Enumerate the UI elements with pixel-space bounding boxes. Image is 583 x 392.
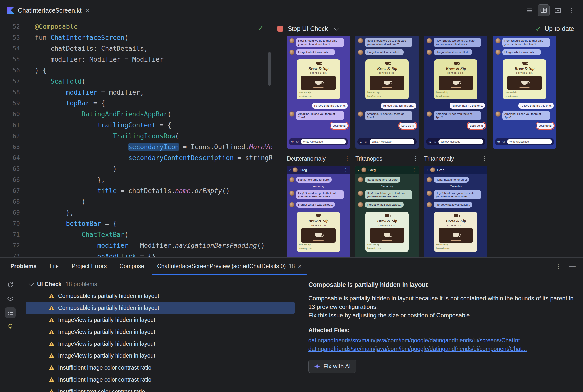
message-input[interactable]: Write A Message	[507, 139, 552, 144]
panel-more-options-icon[interactable]: ⋮	[555, 262, 561, 270]
message-row: I'd love that! It's this one.	[358, 103, 416, 109]
minimize-panel-icon[interactable]: —	[569, 262, 575, 270]
avatar	[430, 168, 435, 172]
line-number: 55	[0, 54, 20, 65]
saucer-shape	[313, 240, 324, 241]
code-line: @Composable	[35, 21, 272, 32]
message-row: I'd love that! It's this one.	[495, 103, 554, 109]
problem-item[interactable]: !Composable is partially hidden in layou…	[26, 302, 295, 314]
code-line: TrailingIconsRow(	[35, 130, 272, 142]
code-editor[interactable]: 5253545556575859606162636465666768697071…	[0, 21, 272, 258]
tab-close-icon[interactable]: ×	[298, 263, 302, 270]
code-token: .	[191, 187, 195, 194]
brew-card-title: Brew & Sip	[308, 219, 328, 224]
chat-bubble: Amazing, I'll see you there at 2pm?	[502, 111, 550, 120]
tabs-actions: ⋮ —	[555, 262, 575, 270]
code-line: modifier = modifier,	[35, 87, 272, 98]
kebab-icon[interactable]: ⋮	[344, 155, 350, 162]
brew-card-subtitle: COFFEE & CO.	[447, 224, 464, 226]
coffee-photo	[301, 76, 336, 90]
warning-exclamation: !	[51, 295, 52, 298]
tab-label: Compose	[120, 263, 144, 270]
message-row: Hey! Should we go to that cafe you menti…	[289, 38, 348, 47]
avatar	[358, 50, 363, 55]
problems-group-row[interactable]: UI Check 18 problems	[21, 278, 301, 290]
warning-icon: !	[49, 294, 54, 298]
preview-phone[interactable]: Hey! Should we go to that cafe you menti…	[356, 36, 419, 149]
stop-ui-check-button[interactable]: Stop UI Check	[277, 25, 328, 32]
code-line: )	[35, 196, 272, 207]
inspections-status-icon[interactable]: ✓	[257, 23, 264, 34]
kebab-icon[interactable]: ⋮	[481, 155, 487, 162]
more-options-icon[interactable]	[566, 5, 577, 16]
brew-card-caption: brew&sip.com	[367, 95, 381, 98]
tool-window-title[interactable]: Problems	[4, 263, 43, 270]
message-input[interactable]: Write A Message	[370, 139, 414, 144]
tab[interactable]: Project Errors	[65, 258, 113, 275]
problem-item[interactable]: !Composable is partially hidden in layou…	[26, 290, 295, 302]
affected-file-link[interactable]: datingandfriends/src/main/java/com/ibm/g…	[309, 336, 575, 345]
message-input-bar: ⊕☺Write A Message	[426, 138, 485, 145]
rerun-checks-icon[interactable]	[5, 280, 16, 290]
message-row: I forgot what it was called...	[358, 202, 416, 208]
warning-icon: !	[49, 318, 54, 322]
structure-menu-icon[interactable]	[524, 5, 535, 16]
chat-bubble: Let's do it!	[399, 122, 416, 128]
line-number: 64	[0, 152, 20, 164]
problem-item[interactable]: !Insufficient image color contrast ratio	[26, 362, 295, 374]
list-view-icon[interactable]	[5, 308, 16, 318]
code-token: chatDetails: ChatDetails,	[35, 45, 148, 52]
warning-icon: !	[49, 354, 54, 358]
preview-label-cell: Tritanopes⋮	[356, 155, 419, 162]
message-row: I forgot what it was called...	[495, 49, 554, 55]
affected-files: datingandfriends/src/main/java/com/ibm/g…	[309, 336, 575, 354]
brew-card-title: Brew & Sip	[377, 219, 397, 224]
preview-phone[interactable]: Hey! Should we go to that cafe you menti…	[424, 36, 487, 149]
tab[interactable]: ChatInterfaceScreenPreview (sortedChatDe…	[151, 258, 308, 275]
suggestions-bulb-icon[interactable]	[5, 321, 16, 332]
code-line: )	[35, 164, 272, 174]
problems-tool-window: Problems FileProject ErrorsComposeChatIn…	[0, 258, 583, 392]
fix-with-ai-button[interactable]: Fix with AI	[309, 360, 356, 373]
chat-bubble: Amazing, I'll see you there at 2pm?	[434, 111, 481, 120]
code-token: ChatInterfaceScreen	[51, 34, 124, 41]
problem-detail-fix-hint: Fix this issue by adjusting the size or …	[309, 311, 575, 320]
affected-file-link[interactable]: datingandfriends/src/main/java/com/ibm/g…	[309, 345, 575, 354]
problem-item[interactable]: !ImageView is partially hidden in layout	[26, 314, 295, 326]
preview-phone[interactable]: ‹Greg⋮Haha, next time for sure!Yesterday…	[356, 166, 419, 258]
problem-item[interactable]: !ImageView is partially hidden in layout	[26, 326, 295, 338]
code-token: )	[35, 165, 117, 172]
message-input[interactable]: Write A Message	[438, 139, 483, 144]
tab[interactable]: Compose	[113, 258, 150, 275]
chat-bubble: I forgot what it was called...	[434, 202, 472, 208]
code-token: modifier	[66, 88, 97, 96]
editor-tab[interactable]: ChatInterfaceScreen.kt ×	[0, 0, 96, 21]
message-input[interactable]: Write A Message	[301, 139, 346, 144]
code-token	[35, 122, 97, 129]
preview-phone[interactable]: ‹Greg⋮Haha, next time for sure!Yesterday…	[424, 166, 487, 258]
editor-scrollbar[interactable]	[268, 52, 270, 86]
split-editor-icon[interactable]	[538, 4, 550, 16]
warning-exclamation: !	[51, 318, 52, 322]
code-token: secondaryContentDescription	[128, 154, 234, 162]
problem-item[interactable]: !Insufficient text color contrast ratio	[26, 386, 295, 392]
preview-phone[interactable]: Hey! Should we go to that cafe you menti…	[493, 36, 556, 149]
problem-item[interactable]: !ImageView is partially hidden in layout	[26, 350, 295, 362]
open-preview-window-icon[interactable]	[552, 5, 563, 16]
tab-close-icon[interactable]: ×	[86, 7, 90, 14]
code-line: title = chatDetails.name.orEmpty()	[35, 185, 272, 196]
chevron-down-icon[interactable]	[334, 25, 339, 30]
title-bar: ChatInterfaceScreen.kt ×	[0, 0, 583, 21]
tab[interactable]: File	[43, 258, 65, 275]
kebab-icon[interactable]: ⋮	[413, 155, 419, 162]
group-chevron-down-icon[interactable]	[29, 280, 34, 286]
preview-phone[interactable]: Hey! Should we go to that cafe you menti…	[287, 36, 350, 149]
problem-item[interactable]: !ImageView is partially hidden in layout	[26, 338, 295, 350]
coffee-logo-icon	[316, 62, 321, 65]
preview-eye-icon[interactable]	[5, 294, 16, 304]
coffee-cup-icon	[315, 233, 322, 237]
problem-item[interactable]: !Insufficient image color contrast ratio	[26, 374, 295, 386]
avatar	[289, 177, 295, 182]
code-token: name	[175, 187, 191, 194]
preview-phone[interactable]: ‹Greg⋮Haha, next time for sure!Yesterday…	[287, 166, 350, 258]
